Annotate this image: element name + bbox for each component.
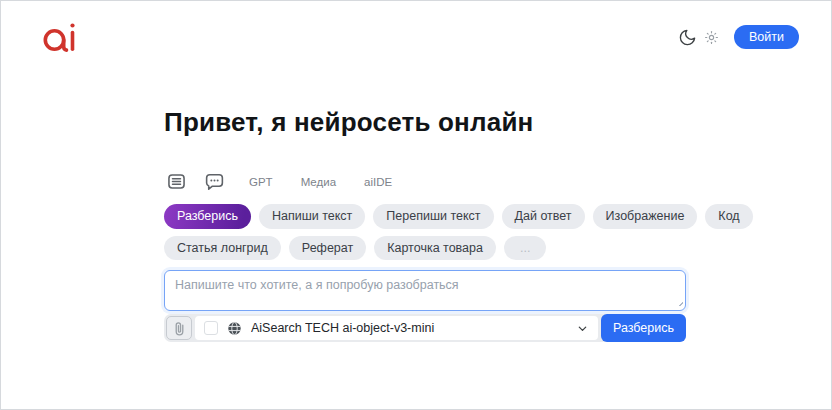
- globe-icon[interactable]: [227, 321, 242, 336]
- option-checkbox[interactable]: [204, 321, 218, 335]
- tab-aiide[interactable]: aiIDE: [364, 176, 392, 188]
- composer-toolbar: AiSearch TECH ai-object-v3-mini Разберис…: [164, 314, 686, 342]
- header-actions: Войти: [678, 25, 799, 50]
- moon-icon[interactable]: [678, 28, 697, 47]
- sun-icon[interactable]: [704, 30, 719, 45]
- composer: AiSearch TECH ai-object-v3-mini Разберис…: [164, 270, 686, 342]
- tab-chat-button[interactable]: [202, 170, 227, 193]
- chat-icon: [204, 171, 225, 192]
- feed-icon: [166, 171, 187, 192]
- page: ai: [0, 0, 832, 410]
- header: ai: [1, 1, 831, 55]
- pill-referat[interactable]: Реферат: [289, 236, 366, 261]
- pill-izobrazhenie[interactable]: Изображение: [593, 204, 698, 229]
- pill-kod[interactable]: Код: [705, 204, 752, 229]
- tab-media[interactable]: Медиа: [301, 176, 336, 188]
- logo-icon: [41, 19, 81, 55]
- pill-perepishi-tekst[interactable]: Перепиши текст: [373, 204, 493, 229]
- attach-button[interactable]: [166, 316, 192, 340]
- logo[interactable]: ai: [41, 19, 81, 55]
- tab-gpt[interactable]: GPT: [249, 176, 273, 188]
- paperclip-icon: [172, 320, 187, 337]
- tab-feed-button[interactable]: [164, 170, 189, 193]
- theme-toggle: [678, 28, 719, 47]
- submit-button[interactable]: Разберись: [601, 314, 686, 342]
- prompt-input-wrap: [164, 270, 686, 311]
- page-title: Привет, я нейросеть онлайн: [164, 107, 686, 138]
- login-button[interactable]: Войти: [734, 25, 799, 50]
- pill-kartochka-tovara[interactable]: Карточка товара: [374, 236, 496, 261]
- pill-more[interactable]: ...: [504, 236, 546, 261]
- pill-napishi-tekst[interactable]: Напиши текст: [259, 204, 365, 229]
- preset-pills-row1: Разберись Напиши текст Перепиши текст Да…: [164, 204, 686, 229]
- chevron-down-icon: [577, 323, 588, 334]
- text-tabs: GPT Медиа aiIDE: [249, 176, 392, 188]
- pill-day-otvet[interactable]: Дай ответ: [502, 204, 585, 229]
- pill-statya-longrid[interactable]: Статья лонгрид: [164, 236, 281, 261]
- model-select[interactable]: AiSearch TECH ai-object-v3-mini: [195, 316, 598, 340]
- model-select-value: AiSearch TECH ai-object-v3-mini: [251, 321, 568, 335]
- main-content: Привет, я нейросеть онлайн: [164, 107, 686, 342]
- prompt-input[interactable]: [164, 270, 686, 311]
- preset-pills-row2: Статья лонгрид Реферат Карточка товара .…: [164, 236, 686, 261]
- pill-razberis[interactable]: Разберись: [164, 204, 251, 229]
- mode-tabs: GPT Медиа aiIDE: [164, 170, 686, 193]
